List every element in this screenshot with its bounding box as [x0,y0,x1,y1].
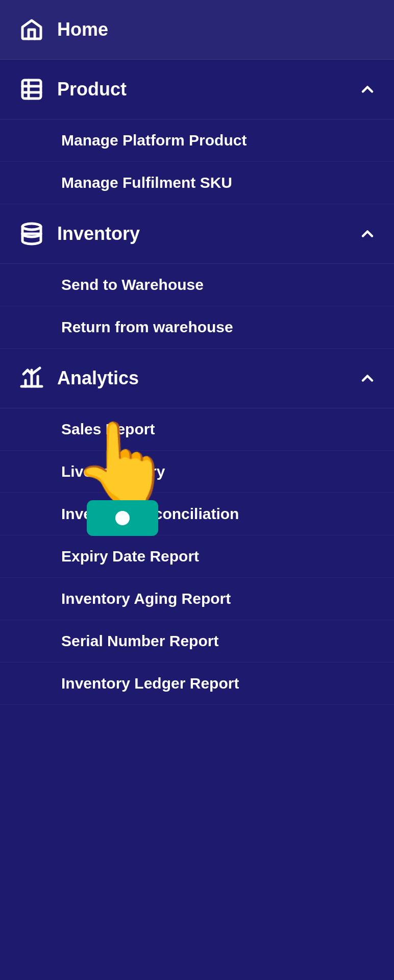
analytics-icon [16,363,47,394]
analytics-submenu: Sales Report Live Inventory Inventory Re… [0,408,394,705]
sidebar-item-analytics[interactable]: Analytics [0,349,394,408]
sidebar-item-serial-number-report[interactable]: Serial Number Report [0,620,394,663]
analytics-chevron-icon [357,368,378,388]
inventory-submenu: Send to Warehouse Return from warehouse [0,264,394,349]
home-icon [16,14,47,45]
product-label: Product [57,79,357,100]
sidebar-item-inventory-ledger-report[interactable]: Inventory Ledger Report [0,663,394,705]
product-icon [16,74,47,105]
sidebar-item-inventory[interactable]: Inventory [0,204,394,264]
sidebar-item-inventory-aging-report[interactable]: Inventory Aging Report [0,578,394,620]
sidebar-item-expiry-date-report[interactable]: Expiry Date Report [0,535,394,578]
home-label: Home [57,19,378,40]
inventory-icon [16,218,47,249]
product-chevron-icon [357,79,378,100]
inventory-label: Inventory [57,223,357,244]
sidebar-item-home[interactable]: Home [0,0,394,60]
sidebar-item-sales-report[interactable]: Sales Report [0,408,394,451]
sidebar-item-inventory-reconciliation[interactable]: Inventory Reconciliation [0,493,394,535]
sidebar: Home Product Manage Platform Product Man… [0,0,394,705]
analytics-label: Analytics [57,368,357,389]
sidebar-item-return-from-warehouse[interactable]: Return from warehouse [0,306,394,349]
sidebar-item-send-to-warehouse[interactable]: Send to Warehouse [0,264,394,306]
sidebar-item-product[interactable]: Product [0,60,394,119]
sidebar-item-live-inventory[interactable]: Live Inventory [0,451,394,493]
svg-point-4 [22,224,41,230]
svg-rect-0 [22,80,41,99]
product-submenu: Manage Platform Product Manage Fulfilmen… [0,119,394,204]
sidebar-item-manage-fulfilment-sku[interactable]: Manage Fulfilment SKU [0,162,394,204]
sidebar-item-manage-platform-product[interactable]: Manage Platform Product [0,119,394,162]
inventory-chevron-icon [357,224,378,244]
